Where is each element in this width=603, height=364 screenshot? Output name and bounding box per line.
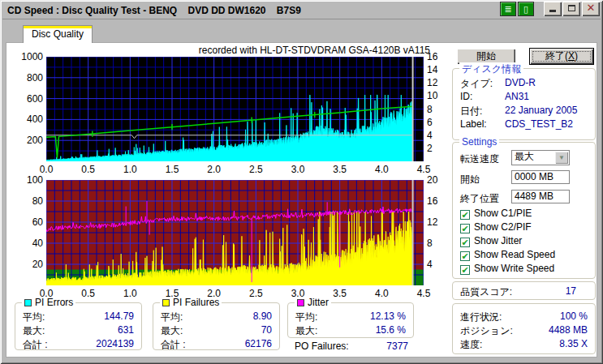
x-axis-label: 3.0 (286, 288, 309, 299)
disc-info-title: ディスク情報 (459, 62, 523, 76)
minimize-icon (549, 10, 556, 12)
y-axis-right-label: 4 (427, 130, 446, 141)
x-axis-label: 1.0 (118, 164, 141, 175)
tab-disc-quality[interactable]: Disc Quality (23, 25, 93, 43)
y-axis-left-label: 600 (9, 93, 43, 105)
transfer-rate-dropdown[interactable]: 最大 ▼ (511, 150, 570, 165)
y-axis-right-label: 16 (427, 51, 446, 62)
progress-position-row: ポジション:4488 MB (460, 324, 588, 336)
progress-percent-value: 100 % (560, 310, 588, 322)
checkbox-show-read-speed[interactable]: ✔Show Read Speed (460, 249, 555, 260)
x-axis-label: 4.0 (370, 288, 393, 299)
start-position-field[interactable]: 0000 MB (511, 170, 570, 184)
y-axis-right-label: 20 (427, 174, 446, 186)
y-axis-right-label: 8 (427, 238, 446, 249)
progress-speed-value: 8.35 X (559, 338, 588, 349)
disc-label-row: Label:CDS_TEST_B2 (460, 118, 588, 131)
y-axis-right-label: 12 (427, 77, 446, 88)
y-axis-left-label: 20 (9, 259, 43, 270)
jitter-max-value: 15.6 % (376, 324, 406, 336)
close-icon: ✕ (587, 2, 596, 14)
pi-errors-total-row: 合計 :2024139 (23, 338, 134, 350)
app-window: CD Speed : Disc Quality Test - BENQ DVD … (0, 0, 603, 364)
y-axis-left-label: 400 (9, 113, 43, 125)
jitter-average-value: 12.13 % (370, 310, 406, 322)
y-axis-right-label: 2 (427, 143, 446, 154)
x-axis-label: 4.5 (412, 164, 435, 175)
maximize-button[interactable] (562, 2, 580, 16)
checkbox-show-write-speed[interactable]: ✔Show Write Speed (460, 263, 554, 274)
y-axis-right-label: 4 (427, 259, 446, 270)
x-axis-label: 0.5 (77, 164, 100, 175)
pi-failures-and-jitter-chart (46, 180, 424, 285)
x-axis-label: 0.0 (35, 288, 58, 299)
quality-score-value: 17 (566, 285, 576, 297)
checkbox-show-jitter[interactable]: ✔Show Jitter (460, 235, 522, 246)
quality-score-row: 品質スコア: 17 (460, 285, 588, 298)
pi-failures-total-row: 合計 :62176 (161, 338, 272, 350)
end-position-field[interactable]: 4489 MB (511, 190, 570, 203)
window-title: CD Speed : Disc Quality Test - BENQ DVD … (2, 5, 301, 16)
y-axis-left-label: 60 (9, 216, 43, 228)
checkbox-show-c1-pie[interactable]: ✔Show C1/PIE (460, 208, 532, 219)
checkbox-icon: ✔ (460, 210, 470, 220)
pi-failures-total-value: 62176 (245, 338, 272, 349)
disc-type-value: DVD-R (505, 77, 536, 88)
jitter-max-row: 最大:15.6 % (295, 324, 406, 336)
pi-errors-legend-chip (24, 299, 32, 306)
pi-errors-average-row: 平均:144.79 (23, 310, 134, 323)
x-axis-label: 2.0 (203, 288, 226, 299)
pi-failures-stats-box: PI Failures 平均:8.90 最大:70 合計 :62176 (153, 302, 280, 350)
disc-type-row: タイプ:DVD-R (460, 77, 588, 89)
x-axis-label: 0.0 (35, 164, 58, 175)
x-axis-label: 3.0 (286, 164, 309, 175)
maximize-icon (568, 5, 575, 11)
y-axis-left-label: 200 (9, 135, 43, 146)
start-position-label: 開始 (460, 173, 480, 186)
checkbox-icon: ✔ (460, 251, 470, 261)
x-axis-label: 1.5 (161, 164, 183, 175)
settings-box: Settings 転送速度 最大 ▼ 開始 0000 MB 終了位置 4489 … (452, 142, 596, 279)
y-axis-right-label: 6 (427, 117, 446, 128)
x-axis-label: 1.5 (161, 288, 183, 299)
y-axis-left-label: 800 (9, 72, 43, 84)
pi-errors-speed-chart (46, 57, 424, 161)
pi-failures-average-row: 平均:8.90 (161, 310, 272, 323)
disc-date-row: 日付:22 January 2005 (460, 105, 588, 117)
report-icon[interactable]: ≣ (500, 2, 516, 16)
exit-button[interactable]: 終了(X) (529, 48, 594, 65)
end-position-label: 終了位置 (460, 192, 499, 206)
disc-date-value: 22 January 2005 (505, 105, 577, 116)
y-axis-left-label: 100 (9, 174, 43, 186)
disc-id-value: AN31 (505, 91, 529, 102)
pi-errors-average-value: 144.79 (104, 310, 134, 322)
pi-errors-max-value: 631 (118, 324, 134, 336)
transfer-rate-label: 転送速度 (460, 152, 499, 166)
quality-score-label: 品質スコア: (460, 286, 512, 298)
pi-failures-average-value: 8.90 (253, 310, 272, 322)
x-axis-label: 1.0 (118, 288, 141, 299)
drive-icon[interactable]: ▯ (518, 2, 534, 16)
x-axis-label: 4.5 (412, 288, 435, 299)
x-axis-label: 2.5 (244, 164, 267, 175)
po-failures-label: PO Failures: (295, 340, 349, 352)
pi-failures-jitter-chart (46, 180, 424, 285)
po-failures-value: 7377 (386, 340, 408, 352)
checkbox-show-c2-pif[interactable]: ✔Show C2/PIF (460, 221, 532, 233)
minimize-button[interactable] (544, 2, 562, 16)
chevron-down-icon[interactable]: ▼ (555, 152, 568, 164)
pi-errors-stats-box: PI Errors 平均:144.79 最大:631 合計 :2024139 (15, 302, 142, 350)
x-axis-label: 2.5 (244, 288, 267, 299)
recorded-with-label: recorded with HL-DT-STDVDRAM GSA-4120B v… (187, 45, 430, 56)
y-axis-right-label: 10 (427, 90, 446, 101)
pi-failures-max-row: 最大:70 (161, 324, 272, 336)
y-axis-right-label: 12 (427, 216, 446, 228)
y-axis-right-label: 14 (427, 64, 446, 75)
quality-score-box: 品質スコア: 17 (452, 281, 596, 300)
pi-errors-max-row: 最大:631 (23, 324, 134, 336)
checkbox-icon: ✔ (460, 224, 470, 233)
jitter-stats-box: Jitter 平均:12.13 % 最大:15.6 % (287, 302, 414, 338)
close-button[interactable]: ✕ (582, 2, 600, 16)
settings-title: Settings (459, 136, 499, 148)
x-axis-label: 3.5 (329, 288, 351, 299)
